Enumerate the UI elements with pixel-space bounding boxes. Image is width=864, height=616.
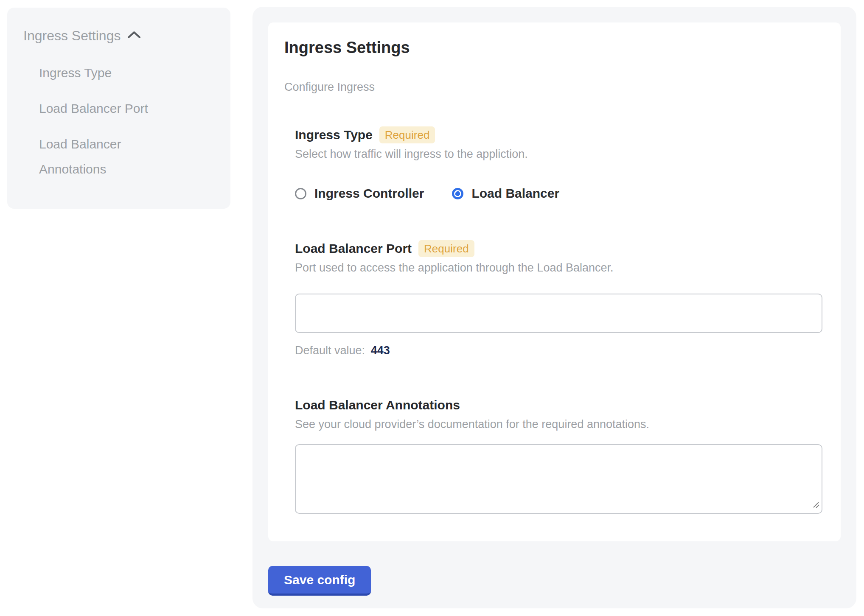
page-title: Ingress Settings: [284, 38, 822, 58]
radio-label-ingress-controller: Ingress Controller: [314, 186, 424, 201]
required-badge: Required: [379, 126, 435, 143]
sidebar-group-label: Ingress Settings: [23, 26, 121, 45]
load-balancer-annotations-description: See your cloud provider’s documentation …: [295, 417, 822, 431]
default-value-label: Default value:: [295, 344, 365, 357]
default-value-number: 443: [368, 344, 390, 357]
load-balancer-port-description: Port used to access the application thro…: [295, 260, 822, 275]
load-balancer-annotations-label: Load Balancer Annotations: [295, 397, 460, 414]
page-subtitle: Configure Ingress: [284, 80, 822, 94]
load-balancer-port-input[interactable]: [295, 294, 822, 333]
load-balancer-port-label: Load Balancer Port: [295, 240, 412, 257]
radio-option-load-balancer[interactable]: Load Balancer: [452, 186, 559, 201]
ingress-type-section: Ingress Type Required Select how traffic…: [295, 126, 822, 201]
sidebar-group-ingress-settings[interactable]: Ingress Settings: [23, 26, 214, 45]
sidebar-item-load-balancer-annotations[interactable]: Load Balancer Annotations: [39, 132, 162, 182]
radio-ingress-controller[interactable]: [295, 188, 306, 199]
radio-label-load-balancer: Load Balancer: [471, 186, 559, 201]
ingress-settings-card: Ingress Settings Configure Ingress Ingre…: [268, 22, 841, 541]
sidebar-item-ingress-type[interactable]: Ingress Type: [39, 60, 162, 85]
ingress-type-radio-group: Ingress Controller Load Balancer: [295, 186, 822, 201]
chevron-up-icon: [126, 26, 142, 45]
default-value-line: Default value: 443: [295, 343, 822, 358]
radio-load-balancer[interactable]: [452, 188, 463, 199]
load-balancer-annotations-section: Load Balancer Annotations See your cloud…: [295, 397, 822, 514]
sidebar-item-list: Ingress Type Load Balancer Port Load Bal…: [23, 60, 214, 182]
radio-option-ingress-controller[interactable]: Ingress Controller: [295, 186, 424, 201]
ingress-type-description: Select how traffic will ingress to the a…: [295, 147, 822, 161]
load-balancer-annotations-textarea[interactable]: [295, 444, 822, 514]
settings-sidebar: Ingress Settings Ingress Type Load Balan…: [7, 8, 230, 209]
sidebar-item-load-balancer-port[interactable]: Load Balancer Port: [39, 96, 162, 121]
main-panel: Ingress Settings Configure Ingress Ingre…: [252, 7, 856, 608]
load-balancer-port-section: Load Balancer Port Required Port used to…: [295, 240, 822, 358]
required-badge: Required: [418, 240, 474, 257]
ingress-type-label: Ingress Type: [295, 126, 373, 143]
save-config-button[interactable]: Save config: [268, 566, 371, 596]
